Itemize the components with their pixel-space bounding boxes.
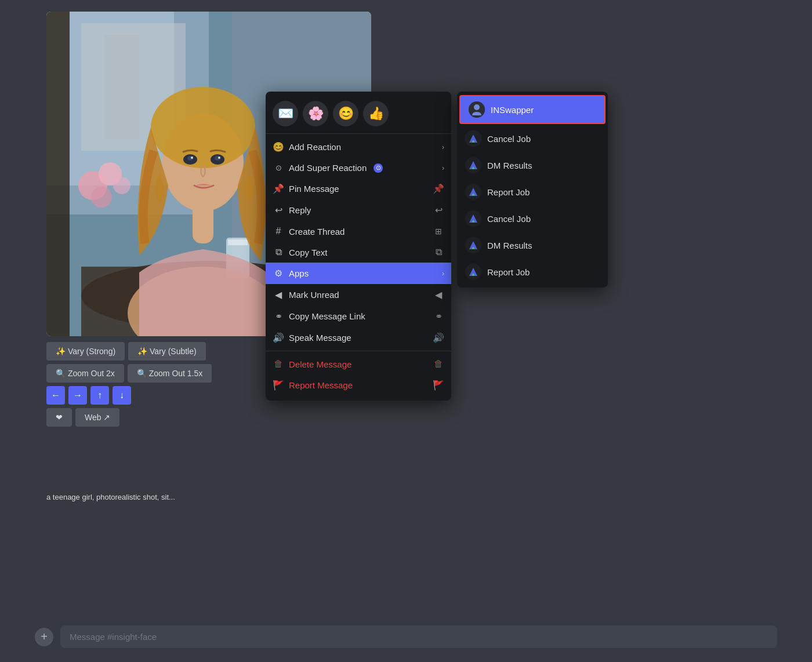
svg-point-14 [113, 177, 130, 194]
mark-unread-item[interactable]: ◀ Mark Unread ◀ [266, 284, 451, 305]
svg-point-38 [472, 274, 474, 276]
smile-emoji-button[interactable]: 😊 [333, 101, 358, 126]
reply-right-icon: ↩ [433, 205, 444, 216]
vary-strong-button[interactable]: ✨ Vary (Strong) [46, 342, 125, 361]
report-icon: 🚩 [273, 380, 284, 391]
svg-point-28 [472, 140, 474, 143]
thread-icon: # [273, 226, 284, 237]
dm-results-1-item[interactable]: DM Results [457, 152, 608, 179]
report-message-item[interactable]: 🚩 Report Message 🚩 [266, 374, 451, 396]
svg-point-23 [191, 157, 193, 159]
message-caption: a teenage girl, photorealistic shot, sit… [46, 493, 175, 501]
mark-unread-icon: ◀ [273, 289, 284, 300]
svg-point-34 [472, 220, 474, 223]
delete-right-icon: 🗑 [433, 359, 444, 369]
chevron-right-icon: › [442, 143, 444, 151]
message-input-area: + Message #insight-face [35, 625, 777, 648]
arrow-right-button[interactable]: → [68, 386, 87, 405]
svg-rect-3 [46, 12, 70, 336]
link-right-icon: ⚭ [433, 311, 444, 322]
report-job-2-avatar [465, 264, 481, 280]
svg-point-18 [151, 87, 255, 168]
emoji-reaction-row: ✉️ 🌸 😊 👍 [266, 96, 451, 134]
svg-point-13 [91, 187, 112, 208]
copy-text-item[interactable]: ⧉ Copy Text ⧉ [266, 242, 451, 263]
email-emoji-button[interactable]: ✉️ [273, 101, 298, 126]
thread-right-icon: ⊞ [433, 227, 444, 236]
cancel-job-1-avatar [465, 130, 481, 147]
super-reaction-badge: ⊙ [374, 163, 383, 173]
report-job-2-item[interactable]: Report Job [457, 259, 608, 285]
cancel-job-1-item[interactable]: Cancel Job [457, 125, 608, 152]
delete-icon: 🗑 [273, 359, 284, 369]
chevron-right-icon-2: › [442, 164, 444, 172]
zoom-out-1-5x-button[interactable]: 🔍 Zoom Out 1.5x [128, 364, 212, 383]
create-thread-item[interactable]: # Create Thread ⊞ [266, 221, 451, 242]
report-right-icon: 🚩 [433, 380, 444, 391]
context-menu: ✉️ 🌸 😊 👍 😊 Add Reaction › ⊙ Add Super Re… [266, 92, 451, 401]
inswapper-avatar [469, 101, 485, 118]
svg-rect-6 [104, 35, 139, 139]
apps-chevron-icon: › [442, 270, 444, 278]
report-job-1-item[interactable]: Report Job [457, 179, 608, 205]
report-job-1-avatar [465, 184, 481, 200]
apps-icon: ⚙ [273, 268, 284, 279]
extra-buttons-row: ❤ Web ↗ [46, 408, 371, 427]
dm-results-2-avatar [465, 237, 481, 253]
inswapper-item[interactable]: INSwapper [459, 95, 606, 124]
speak-right-icon: 🔊 [433, 332, 444, 343]
menu-divider [266, 351, 451, 351]
speak-icon: 🔊 [273, 332, 284, 343]
dm-results-1-avatar [465, 157, 481, 173]
dm-results-2-item[interactable]: DM Results [457, 232, 608, 259]
vary-subtle-button[interactable]: ✨ Vary (Subtle) [128, 342, 206, 361]
flower-emoji-button[interactable]: 🌸 [303, 101, 328, 126]
copy-icon: ⧉ [273, 247, 284, 257]
svg-point-36 [472, 247, 474, 249]
add-super-reaction-item[interactable]: ⊙ Add Super Reaction ⊙ › [266, 158, 451, 178]
delete-message-item[interactable]: 🗑 Delete Message 🗑 [266, 354, 451, 374]
add-reaction-item[interactable]: 😊 Add Reaction › [266, 136, 451, 158]
pin-right-icon: 📌 [433, 183, 444, 194]
reply-item[interactable]: ↩ Reply ↩ [266, 199, 451, 221]
speak-message-item[interactable]: 🔊 Speak Message 🔊 [266, 327, 451, 348]
mark-unread-right-icon: ◀ [433, 289, 444, 300]
reply-icon: ↩ [273, 205, 284, 216]
super-reaction-icon: ⊙ [273, 163, 284, 172]
apps-item[interactable]: ⚙ Apps › [266, 263, 451, 284]
message-input[interactable]: Message #insight-face [60, 625, 777, 648]
svg-point-32 [472, 194, 474, 196]
apps-submenu: INSwapper Cancel Job DM Results [457, 92, 608, 288]
svg-point-30 [472, 167, 474, 169]
pin-icon: 📌 [273, 183, 284, 194]
add-reaction-icon: 😊 [273, 141, 284, 152]
cancel-job-2-avatar [465, 210, 481, 227]
svg-point-24 [218, 157, 220, 159]
copy-message-link-item[interactable]: ⚭ Copy Message Link ⚭ [266, 305, 451, 327]
pin-message-item[interactable]: 📌 Pin Message 📌 [266, 178, 451, 199]
thumbsup-emoji-button[interactable]: 👍 [363, 101, 389, 126]
arrow-up-button[interactable]: ↑ [90, 386, 109, 405]
copy-right-icon: ⧉ [433, 247, 444, 257]
web-button[interactable]: Web ↗ [75, 408, 119, 427]
link-icon: ⚭ [273, 311, 284, 322]
zoom-out-2x-button[interactable]: 🔍 Zoom Out 2x [46, 364, 124, 383]
heart-button[interactable]: ❤ [46, 408, 72, 427]
arrow-left-button[interactable]: ← [46, 386, 65, 405]
add-message-button[interactable]: + [35, 628, 53, 646]
arrow-down-button[interactable]: ↓ [113, 386, 131, 405]
svg-rect-10 [228, 239, 248, 245]
svg-point-26 [474, 104, 480, 110]
cancel-job-2-item[interactable]: Cancel Job [457, 205, 608, 232]
